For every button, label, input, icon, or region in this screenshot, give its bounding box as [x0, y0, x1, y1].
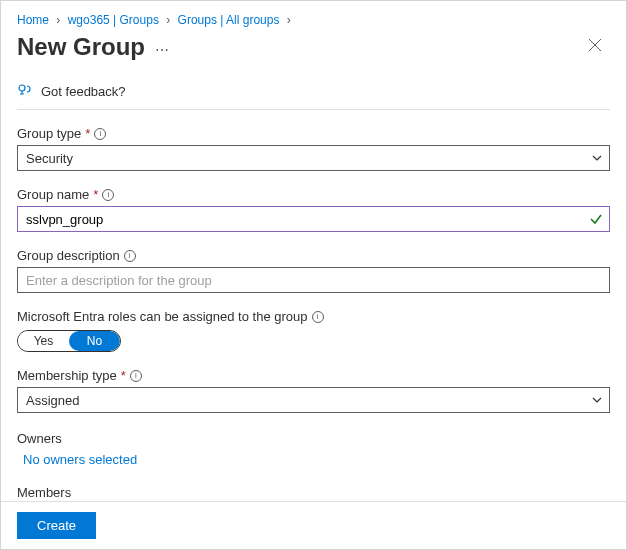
group-type-label: Group type	[17, 126, 81, 141]
close-button[interactable]	[580, 34, 610, 60]
owners-selector[interactable]: No owners selected	[17, 452, 137, 467]
info-icon[interactable]: i	[102, 189, 114, 201]
feedback-icon	[17, 83, 33, 99]
entra-roles-toggle[interactable]: Yes No	[17, 330, 121, 352]
chevron-down-icon	[591, 152, 603, 164]
breadcrumb-all-groups[interactable]: Groups | All groups	[178, 13, 280, 27]
owners-heading: Owners	[17, 431, 610, 446]
group-description-field-wrap	[17, 267, 610, 293]
membership-type-value: Assigned	[18, 393, 591, 408]
required-asterisk: *	[93, 187, 98, 202]
page-title: New Group	[17, 33, 145, 61]
members-heading: Members	[17, 485, 610, 500]
chevron-right-icon: ›	[166, 13, 170, 27]
group-description-label: Group description	[17, 248, 120, 263]
info-icon[interactable]: i	[124, 250, 136, 262]
group-description-input[interactable]	[18, 273, 609, 288]
chevron-right-icon: ›	[287, 13, 291, 27]
breadcrumb: Home › wgo365 | Groups › Groups | All gr…	[17, 9, 610, 27]
group-type-value: Security	[18, 151, 591, 166]
info-icon[interactable]: i	[94, 128, 106, 140]
feedback-link[interactable]: Got feedback?	[17, 83, 610, 110]
chevron-right-icon: ›	[56, 13, 60, 27]
info-icon[interactable]: i	[130, 370, 142, 382]
membership-type-select[interactable]: Assigned	[17, 387, 610, 413]
svg-point-2	[19, 85, 25, 91]
group-name-input[interactable]	[18, 212, 589, 227]
footer: Create	[1, 501, 626, 549]
create-button[interactable]: Create	[17, 512, 96, 539]
toggle-yes[interactable]: Yes	[18, 331, 69, 351]
group-name-field-wrap	[17, 206, 610, 232]
required-asterisk: *	[121, 368, 126, 383]
breadcrumb-wgo365-groups[interactable]: wgo365 | Groups	[68, 13, 159, 27]
toggle-no[interactable]: No	[69, 331, 120, 351]
membership-type-label: Membership type	[17, 368, 117, 383]
close-icon	[588, 38, 602, 52]
checkmark-icon	[589, 212, 603, 226]
required-asterisk: *	[85, 126, 90, 141]
entra-roles-label: Microsoft Entra roles can be assigned to…	[17, 309, 308, 324]
group-name-label: Group name	[17, 187, 89, 202]
chevron-down-icon	[591, 394, 603, 406]
group-type-select[interactable]: Security	[17, 145, 610, 171]
feedback-label: Got feedback?	[41, 84, 126, 99]
info-icon[interactable]: i	[312, 311, 324, 323]
more-options-icon[interactable]: ⋯	[155, 42, 169, 58]
breadcrumb-home[interactable]: Home	[17, 13, 49, 27]
